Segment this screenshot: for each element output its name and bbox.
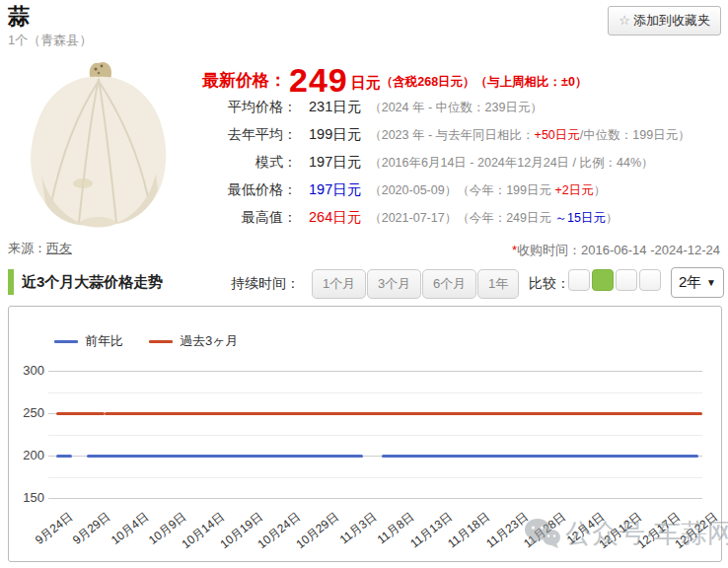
- row-value: 231日元: [309, 99, 361, 114]
- latest-price-row: 最新价格：249日元（含税268日元）（与上周相比：±0）: [202, 61, 587, 100]
- row-label: 模式：: [202, 153, 309, 180]
- compare-label: 比较：: [529, 275, 570, 293]
- y-gridline-minor: [48, 477, 702, 478]
- x-axis-label: 10月4日: [108, 509, 152, 549]
- price-statistics-table: 平均价格： 231日元（2024 年 - 中位数：239日元） 去年平均： 19…: [202, 98, 691, 236]
- row-note: （2021-07-17）（今年：249日元: [369, 211, 554, 225]
- range-select[interactable]: 2年▼: [671, 267, 724, 298]
- duration-button-1year[interactable]: 1年: [477, 269, 519, 299]
- row-note: （2016年6月14日 - 2024年12月24日 / 比例：44%）: [369, 156, 653, 170]
- favorites-label: 添加到收藏夹: [633, 13, 710, 28]
- row-label: 平均价格：: [202, 98, 309, 125]
- y-gridline-minor: [48, 435, 702, 436]
- series-line-segment: [56, 455, 72, 458]
- x-axis-label: 9月24日: [32, 509, 76, 549]
- series-line-segment: [56, 412, 105, 415]
- series-line-segment: [382, 455, 698, 458]
- average-price-row: 平均价格： 231日元（2024 年 - 中位数：239日元）: [202, 98, 691, 125]
- section-title: 近3个月大蒜价格走势: [22, 273, 163, 292]
- y-axis-label: 200: [13, 448, 44, 462]
- legend-label: 前年比: [85, 332, 123, 350]
- compare-checkbox-1[interactable]: [568, 269, 590, 291]
- legend-swatch-orange: [149, 340, 173, 343]
- x-axis-label: 11月18日: [445, 509, 494, 552]
- row-value: 197日元: [309, 181, 361, 197]
- row-label: 去年平均：: [202, 125, 309, 153]
- row-label: 最高值：: [202, 208, 309, 236]
- duration-button-6month[interactable]: 6个月: [422, 269, 476, 299]
- legend-swatch-blue: [54, 340, 78, 343]
- lowest-price-row: 最低价格： 197日元（2020-05-09）（今年：199日元 +2日元）: [202, 180, 691, 208]
- x-axis-label: 11月3日: [336, 509, 380, 548]
- star-icon: ☆: [619, 13, 630, 28]
- compare-checkbox-4[interactable]: [639, 269, 661, 291]
- y-axis-label: 250: [13, 405, 44, 420]
- legend-item-past-3months: 過去3ヶ月: [149, 332, 239, 350]
- range-select-value: 2年: [679, 273, 701, 292]
- compare-checkbox-3[interactable]: [616, 269, 637, 291]
- x-axis-label: 11月28日: [521, 509, 570, 552]
- row-highlight: +50日元: [535, 128, 580, 142]
- page: 蒜 1个（青森县） ☆添加到收藏夹 最新价格：249日元（含税268日元）（与上…: [0, 0, 728, 568]
- x-axis-label: 11月13日: [406, 509, 456, 552]
- row-highlight: ～15日元: [554, 211, 605, 225]
- latest-price-week-note: （与上周相比：±0）: [475, 75, 588, 89]
- purchase-period-value: 2016-06-14 -2024-12-24: [581, 243, 720, 257]
- mode-price-row: 模式： 197日元（2016年6月14日 - 2024年12月24日 / 比例：…: [202, 153, 691, 180]
- section-accent-bar: [8, 269, 14, 295]
- highest-price-row: 最高值： 264日元（2021-07-17）（今年：249日元 ～15日元）: [202, 208, 691, 236]
- legend-item-prev-year: 前年比: [54, 332, 123, 350]
- last-year-average-row: 去年平均： 199日元（2023 年 - 与去年同日相比：+50日元/中位数：1…: [202, 125, 691, 153]
- row-value: 197日元: [309, 154, 361, 170]
- y-gridline: [48, 371, 702, 372]
- x-axis-label: 10月14日: [179, 509, 228, 553]
- source-row: 来源：西友: [8, 240, 72, 257]
- duration-button-3month[interactable]: 3个月: [367, 269, 421, 299]
- row-value: 199日元: [309, 126, 361, 142]
- row-note: （2024 年 - 中位数：239日元）: [369, 101, 543, 114]
- legend-label: 過去3ヶ月: [180, 332, 239, 350]
- row-note: （2020-05-09）（今年：199日元: [369, 183, 554, 197]
- source-label: 来源：: [8, 241, 46, 255]
- duration-label: 持续时间：: [231, 275, 300, 293]
- latest-price-value: 249: [289, 61, 348, 99]
- row-note: ）: [606, 211, 619, 225]
- row-note: /中位数：199日元）: [580, 128, 691, 142]
- compare-checkbox-2[interactable]: [592, 269, 614, 291]
- row-value: 264日元: [309, 209, 361, 225]
- row-note: ）: [594, 183, 607, 197]
- latest-price-unit: 日元: [351, 74, 381, 91]
- series-line-segment: [105, 412, 702, 415]
- chart-legend: 前年比 過去3ヶ月: [54, 332, 239, 350]
- purchase-period-label: 收购时间：: [517, 243, 581, 257]
- chevron-down-icon: ▼: [706, 277, 716, 288]
- row-note: （2023 年 - 与去年同日相比：: [369, 128, 534, 142]
- y-gridline-minor: [48, 392, 702, 393]
- source-link[interactable]: 西友: [46, 241, 72, 255]
- purchase-period-row: *收购时间：2016-06-14 -2024-12-24: [512, 242, 720, 259]
- duration-button-1month[interactable]: 1个月: [312, 269, 366, 299]
- row-highlight: +2日元: [554, 183, 593, 197]
- x-axis-label: 10月29日: [292, 509, 341, 553]
- y-gridline: [48, 498, 702, 499]
- product-subtitle: 1个（青森县）: [8, 32, 92, 49]
- price-trend-chart: 3002502001509月24日9月29日10月4日10月9日10月14日10…: [8, 306, 722, 562]
- row-label: 最低价格：: [202, 180, 309, 208]
- page-title: 蒜: [8, 2, 30, 32]
- latest-price-label: 最新价格：: [202, 71, 286, 90]
- add-to-favorites-button[interactable]: ☆添加到收藏夹: [608, 6, 721, 36]
- series-line-segment: [87, 455, 363, 458]
- latest-price-tax-note: （含税268日元）: [381, 75, 475, 89]
- garlic-product-image: [22, 57, 176, 229]
- y-axis-label: 300: [13, 363, 44, 378]
- x-axis-label: 11月23日: [482, 509, 532, 552]
- y-axis-label: 150: [13, 490, 44, 505]
- x-axis-label: 9月29日: [70, 509, 114, 549]
